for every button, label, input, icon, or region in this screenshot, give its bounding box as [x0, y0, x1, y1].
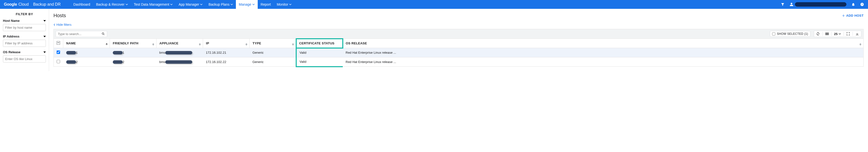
nav-manage[interactable]: Manage	[236, 0, 258, 9]
svg-rect-4	[827, 33, 827, 35]
nav-label: App Manager	[179, 2, 199, 6]
col-ip[interactable]: IP	[203, 39, 250, 48]
fullscreen-button[interactable]	[846, 32, 850, 36]
columns-button[interactable]	[825, 32, 829, 36]
search-box[interactable]	[56, 31, 107, 37]
nav-label: Monitor	[277, 2, 288, 6]
fullscreen-icon	[846, 32, 850, 36]
download-button[interactable]	[855, 32, 859, 36]
svg-rect-5	[828, 33, 829, 35]
redacted-name	[66, 60, 76, 64]
col-label: NAME	[66, 41, 76, 45]
redacted-path	[113, 60, 123, 64]
filter-label: OS Release	[3, 50, 21, 54]
filter-by-title: FILTER BY	[3, 12, 46, 16]
cell-type: Generic	[250, 48, 296, 57]
nav-test-data-mgmt[interactable]: Test Data Management	[131, 0, 176, 9]
redacted-name	[66, 51, 76, 54]
hide-filters-label: Hide filters	[56, 23, 71, 27]
filter-icon[interactable]	[781, 2, 785, 6]
appliance-prefix: bms	[159, 60, 165, 64]
filter-sidebar: FILTER BY Host Name IP Address OS Releas…	[0, 9, 49, 71]
collapse-icon	[43, 20, 46, 22]
filter-label: Host Name	[3, 19, 20, 23]
show-selected-checkbox[interactable]	[772, 32, 775, 35]
table-header-row: NAME FRIENDLY PATH APPLIANCE IP TYPE CER…	[54, 39, 864, 48]
refresh-button[interactable]	[816, 32, 820, 36]
cell-os-release: Red Hat Enterprise Linux release ...	[343, 57, 864, 67]
add-host-button[interactable]: ADD HOST	[842, 14, 864, 18]
nav-report[interactable]: Report	[258, 0, 274, 9]
col-cert-status[interactable]: CERTIFICATE STATUS	[296, 39, 343, 48]
nav-label: Dashboard	[73, 2, 90, 6]
sort-icon	[860, 41, 861, 45]
col-label: FRIENDLY PATH	[113, 41, 138, 45]
row-checkbox[interactable]	[57, 51, 60, 54]
nav-label: Backup & Recover	[96, 2, 125, 6]
page-header: Hosts ADD HOST	[54, 13, 864, 19]
col-label: APPLIANCE	[159, 41, 179, 45]
redacted-path	[113, 51, 123, 54]
sort-icon	[245, 41, 247, 45]
name-suffix: 2	[76, 60, 78, 64]
friendly-suffix: 1	[123, 51, 124, 54]
page-size-value: 25	[834, 32, 838, 36]
col-label: CERTIFICATE STATUS	[299, 41, 335, 45]
svg-text:?: ?	[861, 3, 863, 6]
cell-cert-status: Valid	[296, 48, 343, 57]
bell-icon[interactable]	[851, 2, 855, 6]
sort-icon	[106, 41, 107, 45]
ip-address-input[interactable]	[3, 40, 46, 47]
nav-label: Test Data Management	[134, 2, 169, 6]
cell-ip: 172.16.102.22	[203, 57, 250, 67]
filter-os-release: OS Release	[3, 50, 46, 62]
filter-header-ip[interactable]: IP Address	[3, 35, 46, 38]
chevron-down-icon	[839, 33, 841, 35]
product-name: Backup and DR	[33, 2, 61, 7]
col-label: OS RELEASE	[346, 41, 367, 45]
select-all-checkbox[interactable]	[57, 41, 60, 44]
svg-rect-3	[826, 33, 826, 35]
search-input[interactable]	[58, 32, 101, 36]
logo[interactable]: Google Cloud	[4, 2, 29, 7]
filter-header-os[interactable]: OS Release	[3, 50, 46, 54]
col-name[interactable]: NAME	[63, 39, 110, 48]
nav-label: Manage	[239, 2, 251, 6]
sort-icon	[199, 41, 201, 45]
cell-name: 2	[63, 57, 110, 67]
nav-app-manager[interactable]: App Manager	[176, 0, 206, 9]
friendly-suffix: 2	[123, 60, 124, 64]
nav-label: Backup Plans	[209, 2, 229, 6]
filter-header-host-name[interactable]: Host Name	[3, 19, 46, 23]
col-appliance[interactable]: APPLIANCE	[156, 39, 203, 48]
search-icon[interactable]	[101, 32, 105, 35]
nav-dashboard[interactable]: Dashboard	[70, 0, 93, 9]
col-type[interactable]: TYPE	[250, 39, 296, 48]
filter-ip-address: IP Address	[3, 35, 46, 47]
user-menu[interactable]	[789, 2, 846, 7]
show-selected-label: SHOW SELECTED (1)	[777, 32, 808, 35]
select-all-header[interactable]	[54, 39, 63, 48]
user-name-redacted	[795, 2, 846, 7]
col-os-release[interactable]: OS RELEASE	[343, 39, 864, 48]
download-icon	[855, 32, 859, 36]
nav-backup-plans[interactable]: Backup Plans	[206, 0, 236, 9]
show-selected-button[interactable]: SHOW SELECTED (1)	[770, 31, 810, 37]
hide-filters-link[interactable]: Hide filters	[54, 23, 71, 27]
main-area: FILTER BY Host Name IP Address OS Releas…	[0, 9, 868, 71]
svg-point-2	[102, 33, 104, 34]
collapse-icon	[43, 52, 46, 53]
host-name-input[interactable]	[3, 24, 46, 31]
cell-appliance: bms	[156, 57, 203, 67]
row-checkbox[interactable]	[57, 60, 60, 63]
nav-monitor[interactable]: Monitor	[274, 0, 295, 9]
cell-ip: 172.16.102.21	[203, 48, 250, 57]
col-friendly-path[interactable]: FRIENDLY PATH	[110, 39, 156, 48]
table-row[interactable]: 2 2 bms 172.16.102.22 Generic Valid Red …	[54, 57, 864, 67]
os-release-input[interactable]	[3, 55, 46, 62]
page-size-button[interactable]: 25	[834, 32, 841, 36]
cell-name: 1	[63, 48, 110, 57]
table-row[interactable]: 1 1 bms 172.16.102.21 Generic Valid Red …	[54, 48, 864, 57]
nav-backup-recover[interactable]: Backup & Recover	[93, 0, 131, 9]
help-icon[interactable]: ?	[860, 2, 864, 6]
